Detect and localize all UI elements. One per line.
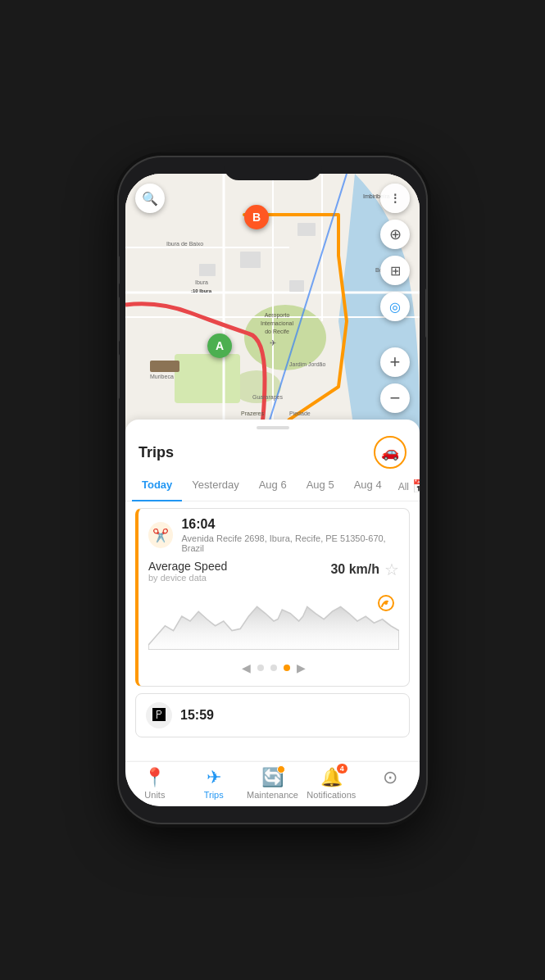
svg-rect-3 — [175, 354, 240, 403]
more-icon: ⊙ — [383, 767, 397, 788]
map-search-button[interactable]: 🔍 — [135, 184, 165, 213]
svg-rect-12 — [199, 264, 216, 276]
marker-a: A — [207, 333, 232, 358]
panel-title: Trips — [139, 444, 174, 461]
map-zoom-out-button[interactable]: − — [380, 383, 410, 413]
svg-text:Ibura de Baixo: Ibura de Baixo — [166, 241, 203, 247]
tabs-row: Today Yesterday Aug 6 Aug 5 Aug 4 All 📅 — [125, 472, 420, 501]
chart-dot-3 — [284, 665, 290, 671]
bottom-panel: Trips 🚗 Today Yesterday Aug 6 Aug 5 Aug … — [125, 420, 420, 760]
svg-text:✈: ✈ — [270, 338, 276, 347]
tab-all[interactable]: All 📅 — [392, 472, 420, 501]
map-focus-button[interactable]: ⊞ — [380, 256, 410, 285]
svg-text:Prazeres: Prazeres — [241, 411, 265, 416]
notifications-badge: 4 — [337, 764, 347, 774]
trips-icon: ✈ — [207, 767, 221, 788]
maintenance-icon: 🔄 — [261, 767, 284, 788]
svg-text:Ibura: Ibura — [195, 279, 208, 285]
maintenance-badge — [277, 765, 285, 774]
svg-text:Aeroporto: Aeroporto — [265, 312, 290, 319]
notifications-icon: 🔔 4 — [320, 767, 343, 788]
car-icon-button[interactable]: 🚗 — [374, 436, 406, 469]
nav-units[interactable]: 📍 Units — [125, 767, 184, 800]
marker-b: B — [244, 205, 269, 229]
speed-chart — [148, 592, 399, 650]
chart-next[interactable]: ▶ — [297, 661, 306, 674]
nav-notifications[interactable]: 🔔 4 Notifications — [302, 767, 361, 800]
svg-rect-10 — [150, 361, 179, 372]
units-icon: 📍 — [143, 767, 166, 788]
svg-text::10 Ibura: :10 Ibura — [191, 288, 212, 293]
chart-nav: ◀ ▶ — [148, 656, 399, 678]
svg-text:Internacional: Internacional — [261, 320, 294, 326]
trips-content: ✂️ 16:04 Avenida Recife 2698, Ibura, Rec… — [125, 501, 420, 751]
svg-rect-13 — [240, 252, 261, 268]
chart-dot-2 — [270, 665, 277, 671]
notifications-label: Notifications — [307, 790, 356, 800]
bottom-nav: 📍 Units ✈ Trips 🔄 Maintenance 🔔 4 Noti — [125, 761, 420, 806]
trip-stat-value-1: 30 km/h — [330, 562, 379, 577]
trip-stat-label-1: Average Speed — [148, 560, 227, 573]
phone-screen: ✈ Ibura de Baixo Ibura Muribeca Guararap… — [125, 174, 420, 806]
svg-rect-15 — [297, 223, 316, 236]
map-location-button[interactable]: ◎ — [380, 292, 410, 321]
trips-label: Trips — [204, 790, 224, 800]
units-label: Units — [144, 790, 165, 800]
tab-aug4[interactable]: Aug 4 — [344, 472, 392, 501]
trip-time-1: 16:04 — [181, 517, 399, 532]
svg-text:Muribeca: Muribeca — [150, 374, 174, 379]
trip-stats-1: Average Speed by device data 30 km/h ☆ — [148, 560, 399, 583]
svg-rect-14 — [289, 280, 304, 292]
tab-yesterday[interactable]: Yesterday — [182, 472, 248, 501]
panel-header: Trips 🚗 — [125, 429, 420, 472]
trip-address-1: Avenida Recife 2698, Ibura, Recife, PE 5… — [181, 533, 399, 553]
svg-text:do Recife: do Recife — [265, 329, 289, 334]
maintenance-label: Maintenance — [247, 790, 298, 800]
trip-card-2: 🅿 15:59 — [135, 693, 410, 737]
map-zoom-in-button[interactable]: + — [380, 347, 410, 377]
notch — [224, 157, 322, 180]
phone-frame: ✈ Ibura de Baixo Ibura Muribeca Guararap… — [119, 157, 426, 823]
chart-prev[interactable]: ◀ — [242, 661, 251, 674]
tab-aug6[interactable]: Aug 6 — [249, 472, 297, 501]
trip-icon-2: 🅿 — [146, 702, 172, 728]
svg-text:Jardim Jordão: Jardim Jordão — [289, 361, 325, 367]
map-more-button[interactable]: ⋮ — [380, 184, 410, 213]
trip-icon-1: ✂️ — [148, 522, 173, 548]
trip-time-2: 15:59 — [180, 708, 214, 723]
map-compass-button[interactable]: ⊕ — [380, 220, 410, 249]
svg-text:Guararapes: Guararapes — [252, 394, 283, 401]
tab-today[interactable]: Today — [132, 472, 182, 501]
svg-point-32 — [384, 601, 388, 605]
nav-maintenance[interactable]: 🔄 Maintenance — [243, 767, 302, 800]
chart-dot-1 — [257, 665, 264, 671]
trip-stat-sub-1: by device data — [148, 573, 227, 583]
star-icon-1[interactable]: ☆ — [384, 560, 399, 579]
nav-trips[interactable]: ✈ Trips — [184, 767, 243, 800]
speedometer-icon[interactable] — [376, 592, 396, 615]
map-area: ✈ Ibura de Baixo Ibura Muribeca Guararap… — [125, 174, 420, 436]
svg-text:Piedade: Piedade — [289, 411, 311, 416]
tab-aug5[interactable]: Aug 5 — [297, 472, 344, 501]
trip-card-1: ✂️ 16:04 Avenida Recife 2698, Ibura, Rec… — [135, 508, 410, 687]
nav-more[interactable]: ⊙ — [361, 767, 420, 800]
